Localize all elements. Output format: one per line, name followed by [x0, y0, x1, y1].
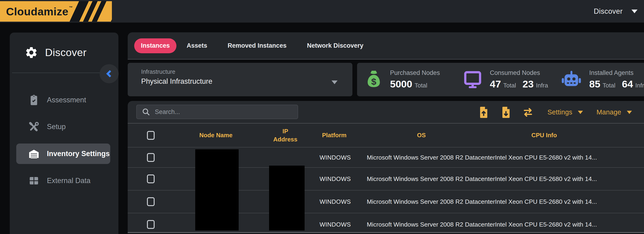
platform-cell: WINDOWS — [320, 221, 351, 228]
stat-label: Installed Agents — [589, 69, 644, 76]
platform-cell: WINDOWS — [320, 175, 351, 183]
monitor-icon — [463, 70, 482, 89]
column-header-ip-address[interactable]: IP Address — [270, 127, 300, 143]
money-bag-icon: $ — [365, 69, 382, 90]
brand-text: Cloudamize™ — [6, 5, 73, 18]
tab-removed-instances[interactable]: Removed Instances — [218, 42, 297, 49]
robot-icon — [561, 70, 582, 89]
chevron-left-icon — [104, 69, 114, 78]
stat-label: Purchased Nodes — [390, 69, 440, 76]
stat-label: Consumed Nodes — [490, 69, 548, 76]
file-upload-button[interactable] — [478, 106, 489, 119]
sidebar-item-setup[interactable]: Setup — [16, 116, 110, 137]
table-toolbar: Settings Manage — [128, 101, 644, 124]
column-header-node-name[interactable]: Node Name — [199, 131, 232, 139]
table-panel: Settings Manage Node Name IP Address Pla… — [128, 101, 644, 234]
logo-stripes — [70, 1, 112, 22]
settings-dropdown-label: Settings — [548, 108, 572, 116]
sidebar-item-label: Inventory Settings — [47, 150, 110, 158]
warehouse-icon — [28, 148, 40, 159]
toolbar-actions: Settings Manage — [478, 101, 632, 124]
stat-unit: Total — [415, 82, 428, 89]
os-cpu-cells: Microsoft Windows Server 2008 R2 Datacen… — [367, 198, 597, 205]
stat-values: 85 Total 64 Infra — [589, 78, 644, 90]
discover-nav-label: Discover — [594, 7, 623, 16]
select-all-checkbox[interactable] — [147, 131, 154, 140]
row-checkbox[interactable] — [147, 153, 154, 162]
screwdriver-wrench-icon — [28, 121, 40, 132]
chevron-down-icon — [627, 111, 632, 114]
svg-text:$: $ — [371, 76, 376, 86]
os-cpu-cells: Microsoft Windows Server 2008 R2 Datacen… — [367, 154, 597, 161]
topbar: Cloudamize™ Discover — [0, 0, 644, 23]
infrastructure-select[interactable]: Infrastructure Physical Infrastructure — [128, 63, 352, 96]
stat-unit: Infra — [636, 82, 644, 89]
stat-number: 5000 — [390, 78, 412, 90]
infrastructure-value: Physical Infrastructure — [141, 77, 212, 86]
column-header-cpu-info[interactable]: CPU Info — [532, 131, 557, 139]
os-cell: Microsoft Windows Server 2008 R2 Datacen… — [367, 221, 495, 228]
os-cell: Microsoft Windows Server 2008 R2 Datacen… — [367, 175, 495, 183]
os-cpu-cells: Microsoft Windows Server 2008 R2 Datacen… — [367, 175, 597, 183]
tab-network-discovery[interactable]: Network Discovery — [297, 42, 374, 49]
redacted-ip-address-column — [269, 166, 304, 230]
tabs-bar: Instances Assets Removed Instances Netwo… — [128, 32, 644, 60]
file-upload-icon — [478, 106, 489, 119]
stats-panel: $ Purchased Nodes 5000 Total Consumed No… — [357, 63, 644, 96]
tab-assets[interactable]: Assets — [176, 42, 218, 49]
search-box[interactable] — [136, 105, 298, 119]
row-checkbox[interactable] — [147, 220, 154, 229]
tab-instances[interactable]: Instances — [134, 38, 176, 53]
manage-dropdown-label: Manage — [596, 108, 621, 116]
row-checkbox[interactable] — [147, 174, 154, 183]
table-header-row: Node Name IP Address Platform OS CPU Inf… — [128, 124, 644, 148]
stat-unit: Infra — [536, 82, 548, 89]
sidebar-item-inventory-settings[interactable]: Inventory Settings — [16, 144, 110, 164]
stat-purchased-nodes: $ Purchased Nodes 5000 Total — [365, 63, 440, 96]
screen: Cloudamize™ Discover Discover Assessment… — [0, 0, 644, 234]
cpu-info-cell: Intel Xeon CPU E5-2680 v2 with 14... — [495, 198, 597, 205]
stat-number: 23 — [522, 78, 534, 90]
infrastructure-label: Infrastructure — [141, 68, 175, 75]
column-header-platform[interactable]: Platform — [322, 131, 346, 139]
stat-number: 85 — [589, 78, 600, 90]
cpu-info-cell: Intel Xeon CPU E5-2680 v2 with 14... — [495, 154, 597, 161]
clipboard-check-icon — [28, 94, 40, 106]
stat-unit: Total — [503, 82, 516, 89]
table-bottom-strip — [128, 233, 644, 234]
column-header-os[interactable]: OS — [417, 131, 426, 139]
file-download-button[interactable] — [500, 106, 511, 119]
stat-values: 5000 Total — [390, 78, 440, 90]
file-download-icon — [500, 106, 511, 119]
platform-cell: WINDOWS — [320, 154, 351, 161]
stat-values: 47 Total 23 Infra — [490, 78, 548, 90]
sidebar-item-external-data[interactable]: External Data — [16, 171, 110, 191]
sidebar-item-label: Setup — [47, 123, 66, 131]
manage-dropdown[interactable]: Manage — [596, 108, 632, 116]
table-cells-icon — [28, 175, 40, 186]
row-checkbox[interactable] — [147, 197, 154, 206]
discover-nav-dropdown[interactable]: Discover — [594, 0, 638, 23]
platform-cell: WINDOWS — [320, 198, 351, 205]
transfer-button[interactable] — [522, 107, 534, 118]
os-cell: Microsoft Windows Server 2008 R2 Datacen… — [367, 198, 495, 205]
sidebar: Discover Assessment Setup Inventory Sett… — [10, 33, 118, 234]
stat-unit: Total — [603, 82, 616, 89]
cpu-info-cell: Intel Xeon CPU E5-2680 v2 with 14... — [495, 221, 597, 228]
stat-number: 64 — [622, 78, 633, 90]
chevron-down-icon — [578, 111, 583, 114]
sidebar-item-label: Assessment — [47, 96, 86, 104]
sidebar-header: Discover — [10, 33, 118, 73]
cpu-info-cell: Intel Xeon CPU E5-2680 v2 with 14... — [495, 175, 597, 183]
sidebar-item-assessment[interactable]: Assessment — [16, 90, 110, 110]
trademark: ™ — [69, 6, 73, 10]
search-icon — [142, 108, 150, 116]
search-input[interactable] — [154, 108, 284, 116]
sidebar-item-label: External Data — [47, 177, 90, 185]
sidebar-title: Discover — [45, 47, 86, 59]
cloudamize-logo: Cloudamize™ — [0, 1, 112, 22]
sidebar-collapse-button[interactable] — [100, 64, 119, 83]
stat-consumed-nodes: Consumed Nodes 47 Total 23 Infra — [463, 63, 548, 96]
settings-dropdown[interactable]: Settings — [548, 108, 583, 116]
os-cpu-cells: Microsoft Windows Server 2008 R2 Datacen… — [367, 221, 597, 228]
